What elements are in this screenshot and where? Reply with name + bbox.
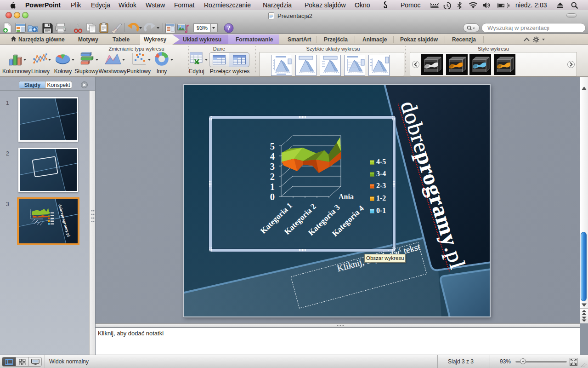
- svg-text:3: 3: [270, 161, 275, 172]
- svg-text:Ania: Ania: [339, 193, 354, 201]
- svg-text:?: ?: [227, 25, 231, 32]
- svg-text:2: 2: [270, 172, 275, 182]
- svg-text:0: 0: [270, 192, 275, 202]
- svg-text:5: 5: [270, 141, 275, 151]
- svg-text:4: 4: [270, 151, 275, 161]
- svg-text:1: 1: [270, 182, 275, 192]
